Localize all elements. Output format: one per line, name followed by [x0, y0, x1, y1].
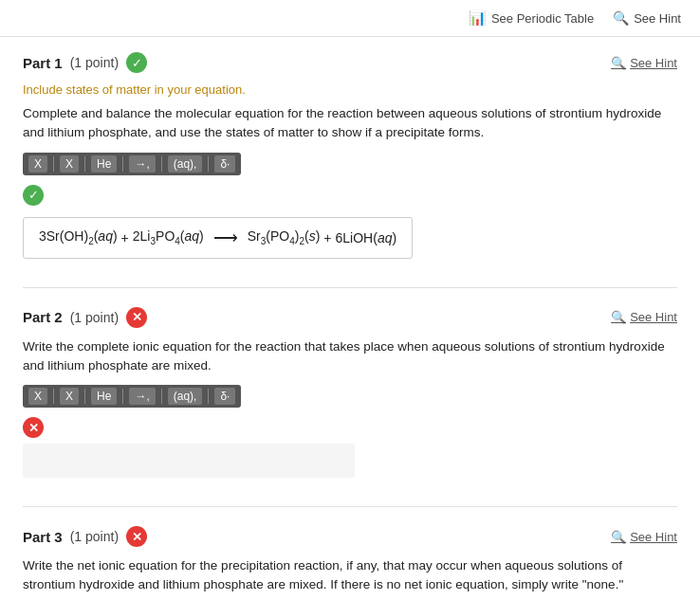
toolbar-delta-p1[interactable]: δ·: [214, 155, 235, 173]
periodic-table-label: See Periodic Table: [491, 11, 594, 26]
part3-see-hint[interactable]: 🔍 See Hint: [611, 530, 677, 544]
part2-section: Part 2 (1 point) ✕ 🔍 See Hint Write the …: [23, 307, 677, 479]
part1-header: Part 1 (1 point) ✓ 🔍 See Hint: [23, 52, 677, 73]
toolbar-x2-p1[interactable]: X: [60, 155, 79, 173]
part3-header: Part 3 (1 point) ✕ 🔍 See Hint: [23, 526, 677, 547]
top-bar: 📊 See Periodic Table 🔍 See Hint: [0, 0, 700, 37]
part3-title: Part 3: [23, 529, 63, 545]
eq-3sr: 3Sr(OH)2(aq): [39, 228, 118, 246]
divider4-p2: [161, 389, 162, 404]
divider2-p2: [84, 389, 85, 404]
part1-points: (1 point): [70, 55, 119, 70]
part2-toolbar: X X He →, (aq), δ·: [23, 385, 241, 408]
part2-status-incorrect: ✕: [126, 307, 147, 328]
eq-arrow: ⟶: [213, 227, 238, 248]
part1-see-hint[interactable]: 🔍 See Hint: [611, 56, 677, 70]
hint-icon-part1: 🔍: [611, 56, 626, 70]
toolbar-x1-p2[interactable]: X: [28, 388, 47, 405]
part3-question: Write the net ionic equation for the pre…: [23, 556, 677, 595]
part2-header: Part 2 (1 point) ✕ 🔍 See Hint: [23, 307, 677, 328]
main-content: Part 1 (1 point) ✓ 🔍 See Hint Include st…: [0, 37, 700, 600]
part2-title: Part 2: [23, 309, 63, 325]
part1-question: Complete and balance the molecular equat…: [23, 104, 677, 143]
part2-question: Write the complete ionic equation for th…: [23, 337, 677, 376]
part3-status-incorrect: ✕: [126, 526, 147, 547]
divider2-p1: [84, 156, 85, 172]
divider5-p1: [208, 156, 209, 172]
part2-header-left: Part 2 (1 point) ✕: [23, 307, 147, 328]
part1-header-left: Part 1 (1 point) ✓: [23, 52, 147, 73]
toolbar-arrow-p2[interactable]: →,: [129, 388, 155, 405]
part1-correct-indicator: ✓: [23, 185, 677, 206]
part1-section: Part 1 (1 point) ✓ 🔍 See Hint Include st…: [23, 52, 677, 259]
hint-icon-top: 🔍: [613, 10, 629, 26]
eq-sr3: Sr3(PO4)2(s): [248, 228, 321, 246]
periodic-table-icon: 📊: [469, 9, 487, 27]
part3-hint-label: See Hint: [630, 530, 677, 544]
divider1-p2: [53, 389, 54, 404]
eq-plus1: +: [121, 230, 129, 245]
divider5-p2: [208, 389, 209, 404]
hint-icon-part3: 🔍: [611, 530, 626, 544]
toolbar-aq-p2[interactable]: (aq),: [168, 388, 203, 405]
toolbar-arrow-p1[interactable]: →,: [129, 155, 155, 173]
part2-see-hint[interactable]: 🔍 See Hint: [611, 310, 677, 324]
toolbar-aq-p1[interactable]: (aq),: [168, 155, 203, 173]
part2-points: (1 point): [70, 310, 119, 325]
divider-1-2: [23, 287, 677, 288]
eq-6lioh: 6LiOH(aq): [336, 230, 397, 245]
toolbar-delta-p2[interactable]: δ·: [214, 388, 235, 405]
toolbar-he-p2[interactable]: He: [91, 388, 117, 405]
part3-section: Part 3 (1 point) ✕ 🔍 See Hint Write the …: [23, 526, 677, 600]
part2-incorrect-indicator: ✕: [23, 417, 677, 438]
divider3-p2: [122, 389, 123, 404]
hint-icon-part2: 🔍: [611, 310, 626, 324]
see-hint-button-top[interactable]: 🔍 See Hint: [613, 10, 681, 26]
toolbar-x2-p2[interactable]: X: [60, 388, 79, 405]
part3-header-left: Part 3 (1 point) ✕: [23, 526, 147, 547]
part1-check: ✓: [23, 185, 44, 206]
part1-warning: Include states of matter in your equatio…: [23, 82, 677, 97]
part1-equation: 3Sr(OH)2(aq) + 2Li3PO4(aq) ⟶ Sr3(PO4)2(s…: [39, 227, 396, 248]
part2-x-small: ✕: [23, 417, 44, 438]
toolbar-x1-p1[interactable]: X: [28, 155, 47, 173]
divider3-p1: [122, 156, 123, 172]
part3-points: (1 point): [70, 529, 119, 544]
eq-2li: 2Li3PO4(aq): [133, 228, 204, 246]
part1-status-correct: ✓: [126, 52, 147, 73]
part1-title: Part 1: [23, 55, 63, 71]
divider-2-3: [23, 506, 677, 507]
divider1-p1: [53, 156, 54, 172]
part1-hint-label: See Hint: [630, 56, 677, 70]
periodic-table-button[interactable]: 📊 See Periodic Table: [469, 9, 594, 27]
toolbar-he-p1[interactable]: He: [91, 155, 117, 173]
part2-hint-label: See Hint: [630, 310, 677, 324]
part1-toolbar: X X He →, (aq), δ·: [23, 153, 241, 175]
divider4-p1: [161, 156, 162, 172]
part2-answer-box[interactable]: [23, 444, 355, 478]
see-hint-label-top: See Hint: [634, 11, 681, 26]
eq-plus2: +: [323, 230, 331, 245]
part1-equation-box: 3Sr(OH)2(aq) + 2Li3PO4(aq) ⟶ Sr3(PO4)2(s…: [23, 217, 413, 259]
